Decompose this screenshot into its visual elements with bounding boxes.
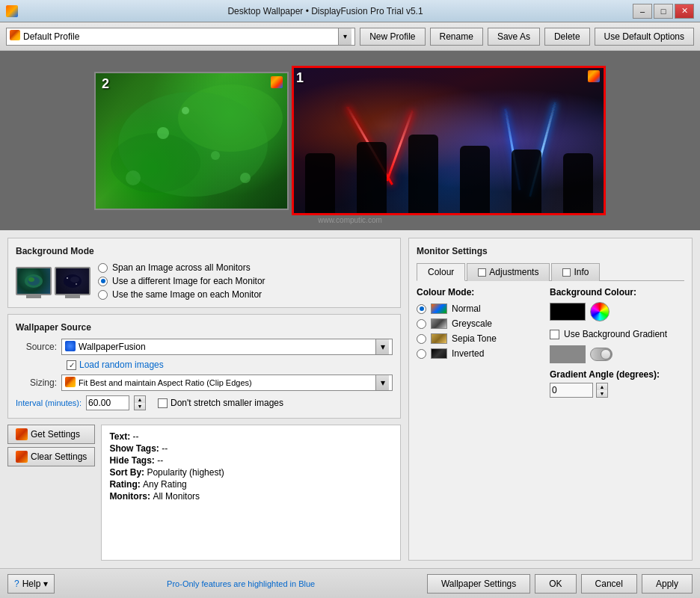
leaf-svg xyxy=(96,73,289,210)
help-arrow-icon: ▾ xyxy=(43,579,48,589)
normal-radio[interactable] xyxy=(417,304,426,314)
colour-preview[interactable] xyxy=(550,303,586,321)
monitor-1-thumb[interactable]: 1 xyxy=(289,66,606,215)
tab-info[interactable]: Info xyxy=(551,263,600,281)
svg-point-7 xyxy=(240,173,251,183)
adjustments-tab-checkbox[interactable] xyxy=(478,268,486,277)
clear-settings-icon xyxy=(16,451,28,463)
angle-spinner-down[interactable]: ▼ xyxy=(597,390,607,397)
rating-key: Rating: xyxy=(109,479,143,490)
interval-row: Interval (minutes): ▲ ▼ Don't stretch sm… xyxy=(16,395,393,410)
inverted-radio[interactable] xyxy=(417,349,426,359)
profile-name: Default Profile xyxy=(23,31,338,42)
monitor-2-number: 2 xyxy=(102,76,109,92)
delete-button[interactable]: Delete xyxy=(544,28,590,46)
monitor-icons xyxy=(16,262,90,300)
gradient-toggle[interactable] xyxy=(590,348,612,361)
title-bar: Desktop Wallpaper • DisplayFusion Pro Tr… xyxy=(0,0,700,22)
angle-spinner-up[interactable]: ▲ xyxy=(597,383,607,390)
info-tab-checkbox[interactable] xyxy=(562,268,571,277)
tab-adjustments[interactable]: Adjustments xyxy=(467,263,550,281)
svg-point-1 xyxy=(111,133,200,193)
svg-point-3 xyxy=(157,127,169,139)
interval-input[interactable] xyxy=(86,395,129,410)
source-dropdown-arrow[interactable]: ▾ xyxy=(375,339,389,354)
different-image-radio[interactable] xyxy=(98,277,108,286)
use-gradient-checkbox[interactable] xyxy=(550,330,559,339)
rating-row: Rating: Any Rating xyxy=(109,479,393,490)
sepia-radio[interactable] xyxy=(417,334,426,344)
hide-tags-value: -- xyxy=(157,455,163,466)
source-value: WallpaperFusion xyxy=(79,342,375,352)
tab-colour[interactable]: Colour xyxy=(417,263,465,281)
span-image-radio[interactable] xyxy=(98,263,108,273)
wallpaper-settings-button[interactable]: Wallpaper Settings xyxy=(427,574,530,594)
minimize-button[interactable]: – xyxy=(633,4,652,19)
spinner-up[interactable]: ▲ xyxy=(135,396,145,403)
profile-dropdown-container[interactable]: Default Profile ▾ xyxy=(6,28,355,46)
svg-point-2 xyxy=(178,84,283,152)
monitors-value: All Monitors xyxy=(153,491,200,502)
monitor-2-wallpaper xyxy=(96,73,287,209)
gradient-preview[interactable] xyxy=(550,345,586,363)
source-dropdown[interactable]: WallpaperFusion ▾ xyxy=(61,339,393,355)
use-default-options-button[interactable]: Use Default Options xyxy=(595,28,694,46)
rating-value: Any Rating xyxy=(143,479,187,490)
new-profile-button[interactable]: New Profile xyxy=(360,28,425,46)
monitor-1-icon xyxy=(588,70,600,82)
space-monitor-icon xyxy=(55,267,90,295)
colour-picker-button[interactable] xyxy=(590,302,610,321)
different-image-option[interactable]: Use a different Image for each Monitor xyxy=(98,276,265,286)
cancel-button[interactable]: Cancel xyxy=(581,574,637,594)
sizing-dropdown[interactable]: Fit Best and maintain Aspect Ratio (Clip… xyxy=(61,374,393,391)
left-panel: Background Mode xyxy=(7,238,401,561)
greyscale-radio[interactable] xyxy=(417,319,426,329)
get-settings-button[interactable]: Get Settings xyxy=(7,425,95,444)
load-random-checkbox[interactable] xyxy=(67,360,76,370)
gradient-angle-spinner[interactable]: ▲ ▼ xyxy=(596,383,608,398)
figure-2 xyxy=(357,142,387,213)
dropdown-arrow-icon[interactable]: ▾ xyxy=(338,28,351,45)
greyscale-option[interactable]: Greyscale xyxy=(417,318,535,329)
load-random-item[interactable]: Load random images xyxy=(67,360,393,370)
dont-stretch-checkbox[interactable] xyxy=(158,398,168,408)
right-panel: Monitor Settings Colour Adjustments Info xyxy=(408,238,693,561)
dont-stretch-item[interactable]: Don't stretch smaller images xyxy=(158,398,283,408)
sepia-option[interactable]: Sepia Tone xyxy=(417,333,535,344)
monitors-key: Monitors: xyxy=(109,491,153,502)
svg-point-12 xyxy=(70,277,79,283)
spinner-down[interactable]: ▼ xyxy=(135,403,145,410)
maximize-button[interactable]: □ xyxy=(654,4,673,19)
rename-button[interactable]: Rename xyxy=(430,28,483,46)
apply-button[interactable]: Apply xyxy=(642,574,693,594)
wallpaper-source-title: Wallpaper Source xyxy=(16,322,393,333)
question-icon: ? xyxy=(14,579,19,589)
gradient-angle-input[interactable] xyxy=(550,383,593,398)
interval-spinner[interactable]: ▲ ▼ xyxy=(134,395,146,410)
same-image-option[interactable]: Use the same Image on each Monitor xyxy=(98,289,265,300)
same-image-radio[interactable] xyxy=(98,290,108,300)
monitor-1-number: 1 xyxy=(296,70,304,86)
sort-by-row: Sort By: Popularity (highest) xyxy=(109,467,393,478)
get-settings-label: Get Settings xyxy=(31,429,80,440)
svg-point-13 xyxy=(67,277,68,279)
dont-stretch-label: Don't stretch smaller images xyxy=(171,398,283,408)
profile-dropdown[interactable]: Default Profile ▾ xyxy=(6,28,355,46)
monitor-2-thumb[interactable]: 2 xyxy=(94,72,289,210)
bg-colour-label: Background Colour: xyxy=(550,287,684,298)
show-tags-key: Show Tags: xyxy=(109,443,162,454)
adjustments-tab-content: Adjustments xyxy=(478,267,538,277)
help-button[interactable]: ? Help ▾ xyxy=(7,574,55,594)
inverted-option[interactable]: Inverted xyxy=(417,348,535,359)
clear-settings-button[interactable]: Clear Settings xyxy=(7,447,95,466)
save-as-button[interactable]: Save As xyxy=(488,28,540,46)
ok-button[interactable]: OK xyxy=(535,574,576,594)
use-gradient-item[interactable]: Use Background Gradient xyxy=(550,329,684,339)
sizing-dropdown-arrow[interactable]: ▾ xyxy=(375,375,389,390)
pro-features-notice: Pro-Only features are highlighted in Blu… xyxy=(167,579,315,588)
span-image-option[interactable]: Span an Image across all Monitors xyxy=(98,262,265,273)
sort-by-key: Sort By: xyxy=(109,467,147,478)
normal-option[interactable]: Normal xyxy=(417,303,535,314)
greyscale-swatch xyxy=(431,318,447,329)
close-button[interactable]: ✕ xyxy=(675,4,694,19)
